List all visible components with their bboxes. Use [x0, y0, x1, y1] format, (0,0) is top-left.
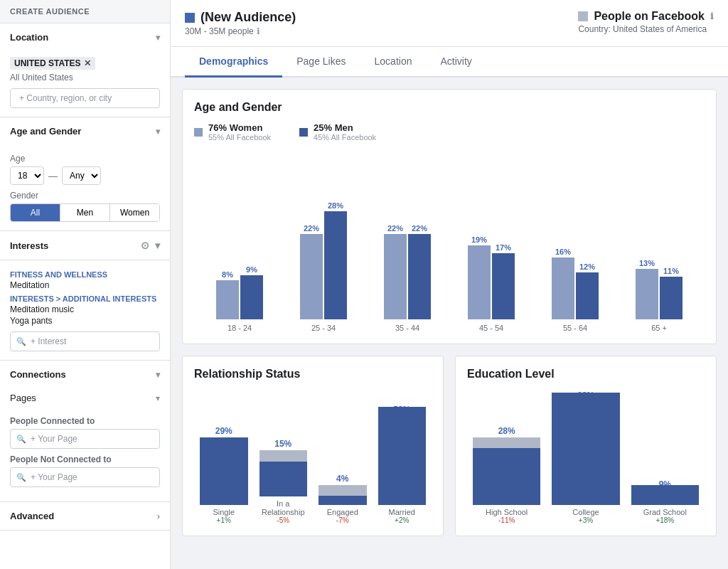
women-bar-65plus	[636, 269, 658, 319]
interests-icons: ⊙ ▾	[141, 240, 160, 251]
men-bar-65plus	[660, 277, 682, 319]
grad-change: +18%	[655, 516, 674, 524]
connections-header[interactable]: Connections ▾	[0, 361, 170, 388]
bar-group-55-64: 16% 12% 55 - 64	[537, 147, 614, 332]
education-card: Education Level 28% High School -11%	[455, 356, 717, 536]
advanced-header[interactable]: Advanced ›	[0, 502, 170, 530]
hs-pct: 28%	[498, 426, 515, 436]
education-bar-chart: 28% High School -11% 63%	[467, 389, 705, 524]
married-change: +2%	[395, 516, 409, 524]
men-color-box	[299, 128, 308, 137]
age-gender-title: Age and Gender	[194, 101, 705, 114]
interest-category-1: FITNESS AND WELLNESS	[10, 270, 160, 279]
men-legend-sub: 45% All Facebook	[314, 133, 376, 142]
age-to-select[interactable]: Any	[62, 166, 101, 185]
interests-chevron[interactable]: ▾	[155, 240, 160, 251]
location-placeholder: + Country, region, or city	[19, 93, 112, 103]
men-pct-18-24: 9%	[246, 265, 257, 274]
men-legend: 25% Men 45% All Facebook	[299, 122, 376, 142]
label-18-24: 18 - 24	[228, 324, 252, 332]
tab-activity[interactable]: Activity	[426, 47, 486, 78]
audience-title: (New Audience)	[185, 10, 296, 25]
audience-color-box	[185, 13, 195, 23]
single-label: Single	[213, 508, 235, 516]
location-chevron: ▾	[156, 33, 160, 43]
fb-color-box	[578, 11, 588, 21]
edu-bar-college: 63% College +3%	[552, 389, 619, 524]
audience-subtitle: 30M - 35M people ℹ	[185, 26, 296, 36]
relationship-title: Relationship Status	[194, 368, 432, 381]
search-icon: 🔍	[16, 435, 26, 444]
age-from-select[interactable]: 18	[10, 166, 44, 185]
women-legend-text: 76% Women	[208, 122, 271, 133]
interest-placeholder: + Interest	[31, 336, 66, 346]
women-bar-18-24	[216, 280, 239, 319]
rel-bar-single: 29% Single +1%	[200, 389, 248, 524]
age-gender-bar-chart: 8% 9% 18 - 24	[194, 147, 705, 332]
sidebar-title: CREATE AUDIENCE	[0, 0, 170, 23]
tab-page-likes[interactable]: Page Likes	[282, 47, 360, 78]
college-bar-fg	[552, 393, 619, 505]
relationship-bar-fg	[259, 462, 308, 496]
age-gender-content: Age 18 — Any Gender All Men Women	[0, 145, 170, 230]
tab-demographics[interactable]: Demographics	[185, 47, 282, 78]
married-label: Married	[389, 508, 415, 516]
connections-chevron: ▾	[156, 370, 160, 380]
gender-men-button[interactable]: Men	[60, 204, 110, 221]
advanced-section: Advanced ›	[0, 502, 170, 531]
interests-circle-icon[interactable]: ⊙	[141, 240, 149, 251]
relationship-pct: 15%	[274, 439, 291, 449]
women-pct-45-54: 19%	[471, 235, 487, 244]
women-legend: 76% Women 55% All Facebook	[194, 122, 271, 142]
label-65plus: 65 +	[651, 324, 667, 332]
rel-bar-engaged: 4% Engaged -7%	[318, 389, 367, 524]
connections-content: People Connected to 🔍 + Your Page People…	[0, 408, 170, 501]
interest-category-2: INTERESTS > ADDITIONAL INTERESTS	[10, 294, 160, 303]
single-pct: 29%	[215, 426, 232, 436]
men-pct-55-64: 12%	[579, 262, 595, 271]
women-bar-45-54	[468, 245, 491, 319]
location-input[interactable]: + Country, region, or city	[10, 88, 160, 108]
pages-chevron: ▾	[156, 393, 160, 403]
women-bar-55-64	[552, 257, 574, 319]
interests-section: Interests ⊙ ▾ FITNESS AND WELLNESS Medit…	[0, 231, 170, 361]
gender-women-button[interactable]: Women	[110, 204, 159, 221]
interests-header[interactable]: Interests ⊙ ▾	[0, 231, 170, 260]
label-45-54: 45 - 54	[479, 324, 503, 332]
hs-bar-fg	[473, 448, 540, 505]
women-pct-18-24: 8%	[222, 270, 233, 279]
interests-content: FITNESS AND WELLNESS Meditation INTEREST…	[0, 260, 170, 360]
connected-placeholder: + Your Page	[31, 434, 77, 444]
age-gender-section: Age and Gender ▾ Age 18 — Any Gender All	[0, 117, 170, 231]
bar-group-35-44: 22% 22% 35 - 44	[369, 147, 446, 332]
women-color-box	[194, 128, 203, 137]
location-remove[interactable]: ✕	[84, 58, 91, 68]
connected-input[interactable]: 🔍 + Your Page	[10, 429, 160, 449]
connections-label: Connections	[10, 369, 66, 380]
tab-location[interactable]: Location	[360, 47, 427, 78]
location-section: Location ▾ UNITED STATES ✕ All United St…	[0, 23, 170, 117]
single-change: +1%	[217, 516, 231, 524]
location-subtitle: All United States	[10, 73, 160, 83]
gender-buttons: All Men Women	[10, 203, 160, 222]
location-header[interactable]: Location ▾	[0, 23, 170, 51]
gender-all-button[interactable]: All	[11, 204, 60, 221]
age-gender-header[interactable]: Age and Gender ▾	[0, 117, 170, 145]
rel-bar-married: 53% Married +2%	[378, 389, 427, 524]
women-legend-sub: 55% All Facebook	[208, 133, 271, 142]
main-content: (New Audience) 30M - 35M people ℹ People…	[171, 0, 728, 569]
location-tag: UNITED STATES ✕	[10, 57, 95, 70]
advanced-label: Advanced	[10, 511, 54, 521]
women-pct-65plus: 13%	[639, 259, 655, 267]
fb-title: People on Facebook ℹ	[578, 10, 714, 23]
pages-header[interactable]: Pages ▾	[0, 388, 170, 408]
bottom-charts: Relationship Status 29% Single +1%	[182, 356, 717, 536]
new-audience-info: (New Audience) 30M - 35M people ℹ	[185, 10, 296, 36]
relationship-card: Relationship Status 29% Single +1%	[182, 356, 444, 536]
interest-input[interactable]: 🔍 + Interest	[10, 331, 160, 351]
not-connected-placeholder: + Your Page	[31, 472, 77, 482]
men-pct-35-44: 22%	[412, 224, 427, 233]
interests-label: Interests	[10, 240, 48, 251]
engaged-pct: 4%	[336, 474, 348, 484]
not-connected-input[interactable]: 🔍 + Your Page	[10, 467, 160, 487]
